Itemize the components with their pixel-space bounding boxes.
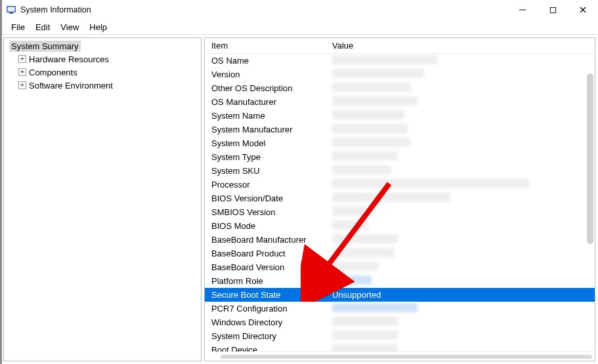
details-row[interactable]: BaseBoard Manufacturer <box>205 233 595 247</box>
tree-item-software-environment[interactable]: + Software Environment <box>5 79 200 92</box>
tree-label: Software Environment <box>29 81 113 91</box>
details-item-value <box>330 275 595 287</box>
details-item-label: System Manufacturer <box>205 125 330 134</box>
details-row[interactable]: System Directory <box>205 329 595 343</box>
details-item-label: OS Manufacturer <box>205 97 330 107</box>
column-header-value[interactable]: Value <box>330 41 595 51</box>
details-item-value <box>330 83 595 94</box>
app-icon <box>6 5 16 15</box>
expand-icon[interactable]: + <box>18 68 26 76</box>
title-bar: System Information <box>2 0 598 20</box>
details-row[interactable]: System Name <box>205 109 595 123</box>
details-item-label: Platform Role <box>205 276 330 286</box>
details-item-label: BaseBoard Product <box>205 249 330 258</box>
column-header-item[interactable]: Item <box>205 41 330 51</box>
details-item-value <box>330 138 595 149</box>
details-item-value <box>330 207 595 218</box>
details-item-value <box>330 344 595 352</box>
details-item-label: BaseBoard Version <box>205 262 330 272</box>
close-button[interactable] <box>568 0 598 20</box>
details-item-label: Secure Boot State <box>205 290 330 300</box>
details-row[interactable]: OS Name <box>205 54 595 68</box>
details-item-label: System Type <box>205 152 330 162</box>
details-item-value <box>330 124 595 135</box>
expand-icon[interactable]: + <box>18 55 26 63</box>
details-item-label: BIOS Version/Date <box>205 193 330 203</box>
svg-rect-2 <box>9 12 13 14</box>
svg-rect-4 <box>550 7 555 12</box>
details-item-value <box>330 193 595 204</box>
main-split: System Summary + Hardware Resources + Co… <box>2 34 598 364</box>
details-row[interactable]: Processor <box>205 178 595 192</box>
details-header: Item Value <box>205 38 595 54</box>
details-item-value <box>330 69 595 80</box>
details-item-value <box>330 248 595 259</box>
details-item-label: Other OS Description <box>205 83 330 93</box>
details-item-value <box>330 262 595 273</box>
tree-label: Components <box>29 68 77 77</box>
details-row[interactable]: Other OS Description <box>205 81 595 95</box>
svg-rect-1 <box>8 7 15 12</box>
details-row[interactable]: System Model <box>205 136 595 150</box>
menu-help[interactable]: Help <box>84 21 112 33</box>
menu-view[interactable]: View <box>55 21 84 33</box>
details-item-label: SMBIOS Version <box>205 207 330 217</box>
details-item-value: Unsupported <box>330 290 595 300</box>
details-row[interactable]: Secure Boot StateUnsupported <box>205 288 595 302</box>
details-row[interactable]: BIOS Version/Date <box>205 192 595 205</box>
horizontal-scrollbar[interactable] <box>205 352 595 361</box>
expand-icon[interactable]: + <box>18 81 26 89</box>
minimize-button[interactable] <box>507 0 538 20</box>
details-item-value <box>330 152 595 163</box>
menu-edit[interactable]: Edit <box>30 21 55 33</box>
details-item-value <box>330 110 595 121</box>
navigation-tree-pane: System Summary + Hardware Resources + Co… <box>3 37 202 361</box>
details-item-label: System SKU <box>205 166 330 176</box>
details-row[interactable]: System Type <box>205 150 595 164</box>
details-row[interactable]: Version <box>205 68 595 81</box>
details-item-label: Version <box>205 70 330 79</box>
details-row[interactable]: Boot Device <box>205 343 595 352</box>
details-row[interactable]: BaseBoard Product <box>205 247 595 260</box>
maximize-button[interactable] <box>538 0 568 20</box>
menu-file[interactable]: File <box>6 21 30 33</box>
details-row[interactable]: SMBIOS Version <box>205 205 595 219</box>
details-item-value <box>330 220 595 232</box>
details-row[interactable]: OS Manufacturer <box>205 95 595 109</box>
details-item-label: System Directory <box>205 331 330 341</box>
details-item-label: Windows Directory <box>205 317 330 327</box>
vertical-scrollbar[interactable] <box>587 73 593 244</box>
details-row[interactable]: Platform Role <box>205 274 595 288</box>
tree-label: Hardware Resources <box>29 54 109 64</box>
tree-label: System Summary <box>9 41 81 52</box>
details-pane: Item Value OS NameVersionOther OS Descri… <box>204 37 595 361</box>
details-body: OS NameVersionOther OS DescriptionOS Man… <box>205 54 595 352</box>
details-row[interactable]: Windows Directory <box>205 315 595 329</box>
details-item-value <box>330 55 595 66</box>
window-controls <box>507 0 598 20</box>
details-item-label: System Model <box>205 138 330 148</box>
details-row[interactable]: BIOS Mode <box>205 219 595 233</box>
menu-bar: File Edit View Help <box>2 20 598 34</box>
details-item-label: Boot Device <box>205 345 330 352</box>
details-item-label: BaseBoard Manufacturer <box>205 235 330 245</box>
details-item-value <box>330 331 595 342</box>
details-item-value <box>330 234 595 245</box>
tree-item-components[interactable]: + Components <box>5 66 200 79</box>
details-row[interactable]: BaseBoard Version <box>205 260 595 274</box>
details-item-value <box>330 179 595 190</box>
details-item-value <box>330 96 595 108</box>
details-item-label: OS Name <box>205 56 330 66</box>
details-item-label: PCR7 Configuration <box>205 304 330 313</box>
details-item-label: BIOS Mode <box>205 221 330 231</box>
details-item-value <box>330 317 595 328</box>
details-row[interactable]: System SKU <box>205 164 595 178</box>
window-title: System Information <box>20 5 91 14</box>
details-item-label: System Name <box>205 111 330 121</box>
tree-item-system-summary[interactable]: System Summary <box>5 39 200 52</box>
details-item-value <box>330 165 595 176</box>
tree-item-hardware-resources[interactable]: + Hardware Resources <box>5 52 200 66</box>
details-row[interactable]: PCR7 Configuration <box>205 302 595 315</box>
details-row[interactable]: System Manufacturer <box>205 123 595 136</box>
details-item-value <box>330 303 595 314</box>
